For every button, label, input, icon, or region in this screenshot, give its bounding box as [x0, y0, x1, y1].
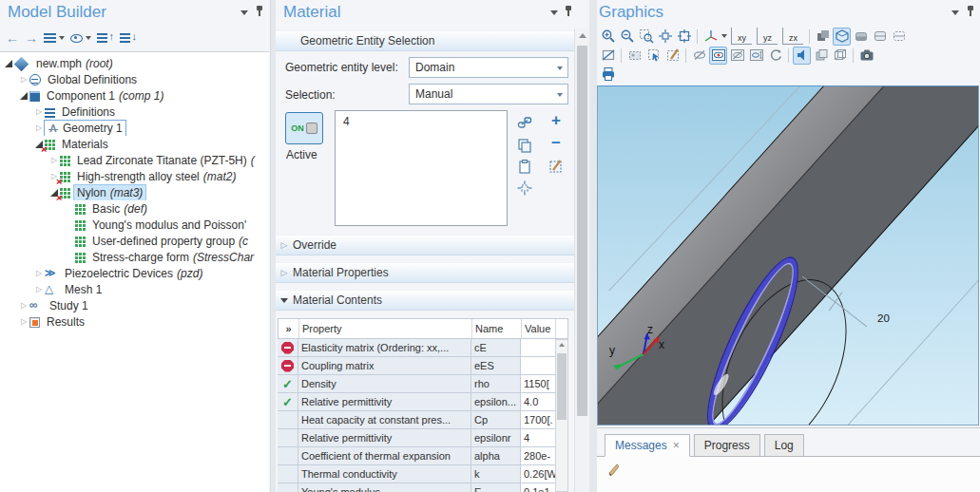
- expand-all-button[interactable]: ↓: [120, 29, 137, 47]
- table-row[interactable]: Elasticity matrix (Ordering: xx,...cE: [278, 339, 568, 357]
- section-geometric-entity-selection[interactable]: Geometric Entity Selection: [276, 30, 574, 51]
- tree-item-definitions[interactable]: Definitions: [0, 104, 269, 120]
- tree-item-high-strength-steel[interactable]: High-strength alloy steel(mat2): [0, 168, 269, 184]
- show-selection-colors-icon[interactable]: [747, 47, 765, 65]
- table-row[interactable]: Heat capacity at constant pres...Cp1700[…: [278, 411, 568, 429]
- table-row[interactable]: Relative permittivityepsilonr4: [278, 429, 568, 447]
- show-menu-button[interactable]: [44, 29, 65, 47]
- tree-item-results[interactable]: Results: [0, 313, 269, 330]
- clear-messages-brush-icon[interactable]: [606, 464, 621, 478]
- zoom-extents-icon[interactable]: [675, 28, 693, 46]
- section-material-properties[interactable]: Material Properties: [276, 262, 574, 283]
- selection-list-item[interactable]: 4: [343, 115, 350, 128]
- geometric-entity-level-select[interactable]: Domain: [409, 57, 568, 78]
- tree-item-piezoelectric-devices[interactable]: Piezoelectric Devices(pzd): [0, 265, 269, 281]
- copy-selection-icon[interactable]: [516, 137, 533, 154]
- expander-icon[interactable]: [18, 92, 29, 100]
- zoom-in-icon[interactable]: [599, 28, 617, 46]
- table-row[interactable]: Thermal conductivityk0.26[W: [278, 465, 568, 483]
- settings-scrollbar[interactable]: [574, 28, 589, 492]
- clear-selection-icon[interactable]: [663, 47, 682, 65]
- panel-menu-caret-icon[interactable]: [240, 8, 249, 17]
- tab-progress[interactable]: Progress: [694, 434, 760, 457]
- tab-messages[interactable]: Messages×: [605, 434, 690, 457]
- tree-item-youngs-modulus[interactable]: Young's modulus and Poisson': [0, 217, 269, 233]
- expander-icon[interactable]: [3, 60, 14, 67]
- close-tab-icon[interactable]: ×: [673, 439, 680, 452]
- tree-item-basic[interactable]: Basic(def): [0, 200, 269, 217]
- clear-selection-button[interactable]: [548, 158, 565, 175]
- select-box-icon[interactable]: [644, 47, 663, 65]
- value-cell[interactable]: 1150[: [521, 375, 555, 393]
- zoom-out-icon[interactable]: [618, 28, 636, 46]
- value-cell[interactable]: 0.26[W: [521, 465, 555, 483]
- wireframe-rendering-icon[interactable]: [852, 28, 870, 46]
- selection-mode-select[interactable]: Manual: [409, 84, 568, 104]
- add-to-selection-button[interactable]: +: [548, 112, 565, 129]
- tree-item-pzt-5h[interactable]: Lead Zirconate Titanate (PZT-5H)(: [0, 152, 269, 168]
- panel-menu-caret-icon[interactable]: [951, 8, 960, 17]
- expander-icon[interactable]: [33, 107, 45, 116]
- graphics-canvas[interactable]: 20 y z x: [597, 85, 979, 426]
- value-cell[interactable]: 4: [521, 429, 555, 447]
- value-cell[interactable]: [521, 357, 555, 375]
- value-cell[interactable]: 0.1e1: [521, 483, 555, 492]
- pin-icon[interactable]: [255, 5, 264, 17]
- remove-from-selection-button[interactable]: −: [548, 135, 565, 152]
- rotate-view-icon[interactable]: [766, 47, 784, 65]
- node-text-menu-button[interactable]: [70, 29, 91, 47]
- table-row[interactable]: Coupling matrixeES: [278, 357, 568, 375]
- tree-item-root[interactable]: new.mph(root): [0, 55, 269, 71]
- tree-item-user-defined-group[interactable]: User-defined property group(c: [0, 233, 269, 249]
- tree-item-materials[interactable]: Materials: [0, 136, 269, 152]
- scene-node-icon[interactable]: [812, 47, 830, 65]
- table-row[interactable]: Coefficient of thermal expansionalpha280…: [278, 447, 568, 465]
- zoom-box-icon[interactable]: [637, 28, 655, 46]
- tree-item-mesh-1[interactable]: Mesh 1: [0, 281, 269, 297]
- expander-icon[interactable]: [48, 156, 60, 164]
- sound-icon[interactable]: [793, 47, 811, 65]
- section-material-contents[interactable]: Material Contents: [276, 290, 574, 311]
- value-cell[interactable]: 4.0: [521, 393, 555, 411]
- no-image-icon[interactable]: [599, 47, 617, 65]
- selection-list[interactable]: 4: [335, 110, 508, 226]
- view-hidden-icon[interactable]: [728, 47, 746, 65]
- go-to-view-menu-icon[interactable]: [701, 28, 728, 46]
- pin-icon[interactable]: [564, 5, 573, 17]
- view-zx-plane-button[interactable]: zx: [782, 28, 803, 45]
- expander-icon[interactable]: [18, 75, 29, 84]
- active-toggle-button[interactable]: ON: [285, 112, 323, 144]
- view-unhidden-icon[interactable]: [709, 47, 727, 65]
- create-selection-icon[interactable]: [516, 114, 533, 131]
- table-row[interactable]: Densityrho1150[: [278, 375, 568, 393]
- value-cell[interactable]: 280e-: [521, 447, 555, 465]
- scene-light-icon[interactable]: [814, 28, 832, 46]
- table-row[interactable]: Young's modulusE0.1e1: [278, 483, 568, 492]
- expander-icon[interactable]: [18, 301, 29, 310]
- back-button[interactable]: ←: [6, 29, 19, 47]
- table-scrollbar[interactable]: [555, 339, 568, 492]
- paste-selection-icon[interactable]: [516, 158, 533, 175]
- forward-button[interactable]: →: [25, 29, 38, 47]
- tab-log[interactable]: Log: [764, 434, 804, 457]
- tree-item-nylon[interactable]: Nylon(mat3): [0, 184, 269, 200]
- tree-item-stress-charge-form[interactable]: Stress-charge form(StressChar: [0, 249, 269, 265]
- collapse-all-button[interactable]: ↑: [97, 29, 114, 47]
- value-cell[interactable]: 1700[.: [521, 411, 555, 429]
- expander-icon[interactable]: [33, 269, 45, 277]
- snapshot-camera-icon[interactable]: [857, 47, 875, 65]
- view-yz-plane-button[interactable]: yz: [757, 28, 778, 45]
- tree-item-study-1[interactable]: Study 1: [0, 297, 269, 313]
- expander-icon[interactable]: [33, 123, 45, 132]
- reset-hiding-icon[interactable]: [890, 28, 908, 46]
- expander-icon[interactable]: [33, 285, 45, 293]
- orthographic-projection-icon[interactable]: [831, 47, 849, 65]
- table-row[interactable]: Relative permittivityepsilon...4.0: [278, 393, 568, 411]
- tree-item-geometry-1[interactable]: Geometry 1: [0, 120, 269, 136]
- view-xy-plane-button[interactable]: xy: [731, 28, 752, 45]
- zoom-to-selection-icon[interactable]: [516, 180, 533, 197]
- value-cell[interactable]: [521, 339, 555, 357]
- expander-icon[interactable]: [18, 317, 29, 326]
- hide-geometry-icon[interactable]: [871, 28, 889, 46]
- tree-item-component-1[interactable]: Component 1(comp 1): [0, 87, 269, 104]
